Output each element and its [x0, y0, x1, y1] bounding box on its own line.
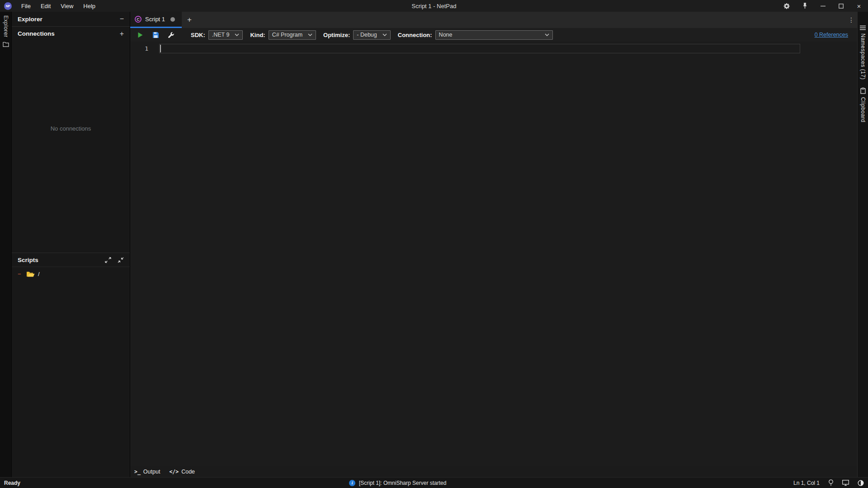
code-view-button[interactable]: </> Code: [169, 469, 195, 475]
maximize-button[interactable]: [832, 0, 850, 12]
connections-title: Connections: [18, 30, 55, 37]
editor-line-1: 1: [130, 44, 857, 53]
app-body: Explorer Explorer − Connections + No con…: [0, 12, 868, 477]
code-icon: </>: [169, 469, 179, 475]
add-connection-button[interactable]: +: [120, 30, 124, 38]
connection-value: None: [439, 32, 453, 38]
terminal-icon: >_: [134, 469, 141, 475]
current-line-highlight: [159, 44, 800, 53]
unsaved-dot-icon[interactable]: [170, 17, 175, 22]
chevron-down-icon: [545, 33, 549, 36]
csharp-script-icon: C: [135, 16, 142, 23]
tree-collapse-icon[interactable]: −: [18, 271, 23, 277]
lightbulb-icon[interactable]: [828, 479, 834, 486]
status-bar: Ready i [Script 1]: OmniSharp Server sta…: [0, 477, 868, 488]
optimize-dropdown[interactable]: - Debug: [353, 30, 390, 40]
pin-icon[interactable]: [796, 0, 814, 12]
cursor-position[interactable]: Ln 1, Col 1: [793, 480, 820, 486]
scripts-section: Scripts − /: [12, 253, 130, 477]
kind-value: C# Program: [272, 32, 302, 38]
menu-file[interactable]: File: [16, 0, 36, 12]
references-link[interactable]: 0 References: [815, 32, 848, 38]
menu-help[interactable]: Help: [78, 0, 100, 12]
output-view-button[interactable]: >_ Output: [134, 469, 160, 475]
no-connections-text: No connections: [51, 125, 91, 132]
bottom-view-bar: >_ Output </> Code: [130, 466, 857, 477]
settings-gear-icon[interactable]: [778, 0, 796, 12]
line-number: 1: [130, 45, 148, 52]
window-controls: ×: [778, 0, 868, 12]
app-logo-icon: NP: [4, 2, 12, 10]
code-editor[interactable]: 1: [130, 42, 857, 466]
expand-all-icon[interactable]: [105, 257, 111, 263]
scripts-section-header: Scripts: [12, 253, 130, 267]
theme-toggle-icon[interactable]: [858, 480, 864, 486]
clipboard-rail-label[interactable]: Clipboard: [860, 97, 866, 122]
connections-section-header: Connections +: [12, 27, 130, 41]
tab-overflow-menu-icon[interactable]: ⋮: [845, 12, 857, 28]
explorer-panel: Explorer − Connections + No connections …: [12, 12, 130, 477]
status-right-group: Ln 1, Col 1: [793, 479, 864, 486]
ready-status: Ready: [4, 480, 20, 486]
tab-script-1[interactable]: C Script 1: [130, 12, 182, 28]
explorer-panel-header: Explorer −: [12, 12, 130, 27]
clipboard-icon[interactable]: [860, 88, 866, 94]
connection-dropdown[interactable]: None: [435, 30, 553, 40]
sdk-dropdown[interactable]: .NET 9: [208, 30, 243, 40]
text-caret: [160, 45, 161, 52]
collapse-panel-button[interactable]: −: [120, 15, 124, 23]
output-label: Output: [143, 469, 160, 475]
properties-wrench-icon[interactable]: [166, 30, 176, 40]
title-bar: NP File Edit View Help Script 1 - NetPad…: [0, 0, 868, 12]
explorer-panel-title: Explorer: [18, 16, 42, 23]
info-icon: i: [349, 480, 355, 486]
close-icon: ×: [857, 3, 861, 9]
tab-strip: C Script 1 + ⋮: [130, 12, 857, 28]
chevron-down-icon: [382, 33, 387, 36]
chevron-down-icon: [308, 33, 312, 36]
code-label: Code: [181, 469, 195, 475]
sdk-label: SDK:: [191, 32, 205, 38]
new-tab-button[interactable]: +: [182, 12, 197, 28]
run-button[interactable]: [136, 30, 145, 40]
close-button[interactable]: ×: [850, 0, 868, 12]
window-title: Script 1 - NetPad: [412, 3, 457, 9]
connections-list: No connections: [12, 41, 130, 253]
status-message: i [Script 1]: OmniSharp Server started: [349, 480, 446, 486]
kind-dropdown[interactable]: C# Program: [269, 30, 316, 40]
scripts-root-label: /: [38, 271, 40, 277]
status-message-text: [Script 1]: OmniSharp Server started: [359, 480, 446, 486]
menu-edit[interactable]: Edit: [36, 0, 56, 12]
display-icon[interactable]: [842, 480, 849, 486]
explorer-rail-label[interactable]: Explorer: [3, 15, 9, 38]
menu-view[interactable]: View: [56, 0, 78, 12]
connection-label: Connection:: [398, 32, 432, 38]
namespaces-list-icon[interactable]: [860, 25, 866, 30]
minimize-button[interactable]: [814, 0, 832, 12]
open-folder-icon: [26, 271, 35, 277]
right-activity-bar: Namespaces (17) Clipboard: [857, 12, 868, 477]
script-toolbar: SDK: .NET 9 Kind: C# Program Optimize: -…: [130, 28, 857, 42]
scripts-root-item[interactable]: − /: [12, 268, 130, 280]
main-area: C Script 1 + ⋮: [130, 12, 857, 477]
save-button[interactable]: [151, 30, 160, 40]
optimize-label: Optimize:: [323, 32, 350, 38]
tab-label: Script 1: [145, 16, 165, 23]
chevron-down-icon: [235, 33, 239, 36]
left-activity-bar: Explorer: [0, 12, 12, 477]
sdk-value: .NET 9: [212, 32, 230, 38]
folder-outline-icon[interactable]: [3, 42, 9, 47]
scripts-title: Scripts: [18, 257, 38, 263]
namespaces-rail-label[interactable]: Namespaces (17): [860, 33, 866, 80]
collapse-all-icon[interactable]: [118, 257, 124, 263]
kind-label: Kind:: [250, 32, 265, 38]
optimize-value: - Debug: [357, 32, 377, 38]
